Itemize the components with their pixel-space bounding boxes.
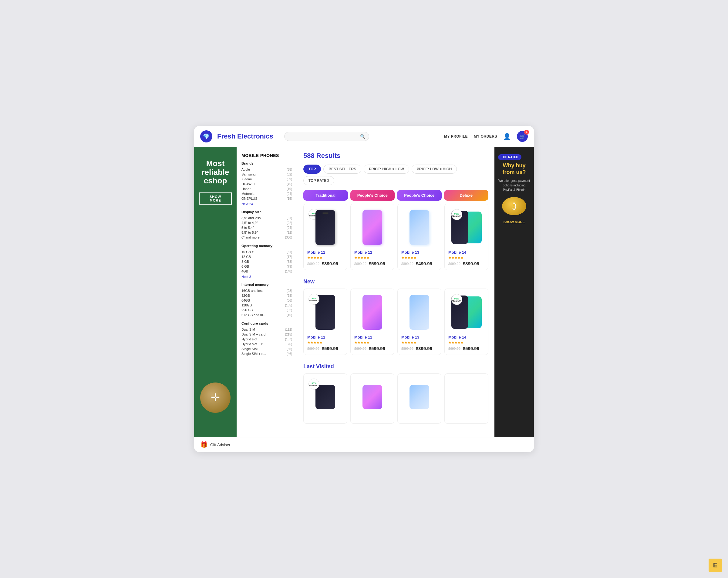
price-row: $699.99 $899.99	[448, 261, 485, 266]
storage-32[interactable]: 32GB(93)	[241, 293, 292, 298]
tab-top-rated[interactable]: TOP RATED	[303, 176, 334, 185]
sim-dual[interactable]: Dual SIM(192)	[241, 327, 292, 332]
search-input[interactable]	[288, 134, 360, 139]
gift-footer[interactable]: 🎁 Gift Adviser	[194, 437, 534, 452]
storage-128[interactable]: 128GB(155)	[241, 303, 292, 308]
brand-samsung[interactable]: Samsung(52)	[241, 172, 292, 177]
sim-dual-card[interactable]: Dual SIM + card(215)	[241, 332, 292, 337]
filter-tabs: TOP BEST SELLERS PRICE: HIGH > LOW PRICE…	[303, 165, 488, 185]
product-image: 98% RELIABILITY	[307, 377, 343, 417]
product-name: Mobile 13	[401, 335, 437, 339]
size-3-9[interactable]: 3,9" and less(61)	[241, 216, 292, 220]
tab-price-high-low[interactable]: PRICE: HIGH > LOW	[364, 165, 409, 174]
product-stars: ★★★★★	[354, 256, 390, 260]
display-size-title: Display size	[241, 210, 292, 214]
tab-top[interactable]: TOP	[303, 165, 321, 174]
size-5-5-5-9[interactable]: 5.5" to 5.9"(92)	[241, 230, 292, 235]
category-traditional[interactable]: Traditional	[303, 190, 348, 201]
phone-image	[363, 295, 382, 330]
price-row: $699.99 $399.99	[307, 261, 343, 266]
e-badge[interactable]: E	[709, 559, 722, 572]
right-banner-show-more[interactable]: SHOW MORE	[503, 220, 525, 224]
brand-huawei[interactable]: HUAWEI(45)	[241, 182, 292, 186]
tab-price-low-high[interactable]: PRICE: LOW > HIGH	[412, 165, 457, 174]
product-card-lv3[interactable]	[397, 374, 441, 424]
size-5-5-4[interactable]: 5 to 5,4"(24)	[241, 225, 292, 230]
sim-single[interactable]: Single SIM(65)	[241, 347, 292, 351]
product-card-mobile14-new[interactable]: 98% RELIABILITY Mobile 14 ★★★★★ $699.99	[444, 288, 488, 355]
product-name: Mobile 11	[307, 335, 343, 339]
category-peoples-choice-2[interactable]: People's Choice	[397, 190, 442, 201]
product-card-mobile14-top[interactable]: 98% RELIABILITY Mobile 14 ★★★★★ $699.99	[444, 204, 488, 270]
product-name: Mobile 14	[448, 335, 485, 339]
ram-4[interactable]: 4GB(148)	[241, 269, 292, 274]
search-bar[interactable]: 🔍	[284, 132, 369, 141]
product-card-lv1[interactable]: 98% RELIABILITY	[303, 374, 347, 424]
product-card-mobile11-new[interactable]: 98% RELIABILITY Mobile 11 ★★★★★ $699.99 …	[303, 288, 347, 355]
storage-64[interactable]: 64GB(36)	[241, 298, 292, 303]
bitcoin-image: ₿	[502, 197, 526, 215]
new-price: $599.99	[322, 346, 338, 351]
old-price: $699.99	[307, 347, 319, 350]
top-rated-badge: TOP RATED	[498, 154, 521, 160]
category-peoples-choice-1[interactable]: People's Choice	[350, 190, 395, 201]
product-card-mobile12-top[interactable]: Mobile 12 ★★★★★ $699.99 $599.99	[350, 204, 394, 270]
price-row: $699.99 $599.99	[307, 346, 343, 351]
cart-icon: 🛒	[519, 134, 525, 139]
sim-single-e[interactable]: Single SIM + e...(46)	[241, 351, 292, 356]
configure-cards-title: Configure cards	[241, 322, 292, 325]
gift-icon: 🎁	[200, 441, 208, 448]
new-product-grid: 98% RELIABILITY Mobile 11 ★★★★★ $699.99 …	[303, 288, 488, 355]
ram-8[interactable]: 8 GB(58)	[241, 259, 292, 264]
left-banner-show-more[interactable]: SHOW MORE	[199, 192, 232, 204]
ram-16[interactable]: 16 GB ≥(31)	[241, 249, 292, 254]
results-count: 588 Results	[303, 152, 340, 160]
storage-16[interactable]: 16GB and less(28)	[241, 288, 292, 293]
right-banner-text: We offer great payment options including…	[498, 178, 530, 192]
profile-link[interactable]: MY PROFILE	[444, 134, 468, 139]
storage-512[interactable]: 512 GB and m...(15)	[241, 312, 292, 317]
ram-12[interactable]: 12 GB(17)	[241, 254, 292, 259]
cart-button[interactable]: 🛒 4	[517, 131, 528, 142]
brands-next[interactable]: Next 24	[241, 202, 292, 206]
product-card-lv4[interactable]	[444, 374, 488, 424]
phone-image	[410, 385, 429, 409]
size-4-5-4-9[interactable]: 4,5" to 4,9"(22)	[241, 220, 292, 225]
size-6-plus[interactable]: 6" and more(350)	[241, 235, 292, 240]
sim-hybrid[interactable]: Hybrid slot(107)	[241, 337, 292, 341]
storage-256[interactable]: 256 GB(52)	[241, 308, 292, 312]
product-card-mobile13-top[interactable]: Mobile 13 ★★★★★ $899.99 $499.99	[397, 204, 441, 270]
operating-memory-title: Operating memory	[241, 244, 292, 248]
last-visited-title: Last Visited	[303, 363, 488, 370]
product-card-lv2[interactable]	[350, 374, 394, 424]
product-name: Mobile 12	[354, 335, 390, 339]
ram-6[interactable]: 6 GB(79)	[241, 264, 292, 269]
product-card-mobile12-new[interactable]: Mobile 12 ★★★★★ $699.99 $599.99	[350, 288, 394, 355]
product-image	[401, 293, 437, 332]
product-stars: ★★★★★	[307, 341, 343, 345]
user-icon[interactable]: 👤	[503, 133, 511, 140]
tab-best-sellers[interactable]: BEST SELLERS	[323, 165, 361, 174]
operating-memory-filter: Operating memory 16 GB ≥(31) 12 GB(17) 8…	[241, 244, 292, 279]
reliability-badge: 98% RELIABILITY	[309, 294, 319, 305]
brand-honor[interactable]: Honor(19)	[241, 186, 292, 191]
new-price: $599.99	[369, 261, 385, 266]
brand-motorola[interactable]: Motorola(24)	[241, 191, 292, 196]
product-image	[354, 293, 390, 332]
brand-apple[interactable]: Apple(85)	[241, 167, 292, 172]
sim-hybrid-e[interactable]: Hybrid slot + e...(6)	[241, 341, 292, 347]
top-section: Traditional People's Choice People's Cho…	[303, 190, 488, 270]
main-layout: Most reliable eshop SHOW MORE ✛ MOBILE P…	[194, 147, 534, 437]
ram-next[interactable]: Next 3	[241, 275, 292, 279]
brand-oneplus[interactable]: ONEPLUS(15)	[241, 196, 292, 201]
orders-link[interactable]: MY ORDERS	[474, 134, 497, 139]
brand-xiaomi[interactable]: Xiaomi(39)	[241, 177, 292, 182]
gift-adviser-label: Gift Adviser	[210, 442, 230, 447]
category-deluxe[interactable]: Deluxe	[444, 190, 489, 201]
product-card-mobile13-new[interactable]: Mobile 13 ★★★★★ $899.99 $399.99	[397, 288, 441, 355]
phone-image	[410, 210, 429, 245]
logo-icon: 💎	[200, 130, 212, 142]
new-price: $399.99	[416, 346, 432, 351]
product-card-mobile11-top[interactable]: 98% RELIABILITY Mobile 11 ★★★★★ $699.99 …	[303, 204, 347, 270]
product-image	[448, 377, 485, 402]
